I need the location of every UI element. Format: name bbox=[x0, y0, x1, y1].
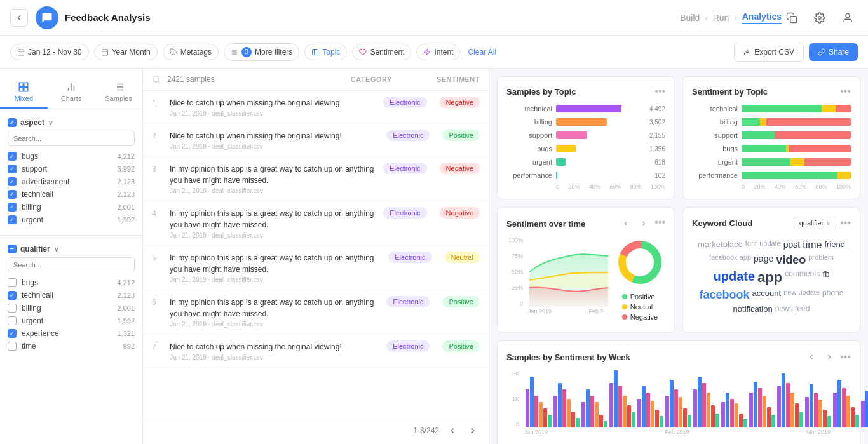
qualifier-group-header[interactable]: qualifier ∨ bbox=[8, 245, 135, 253]
table-row[interactable]: 3 In my opinion this app is a great way … bbox=[143, 157, 489, 201]
more-filters-chip[interactable]: 3 More filters bbox=[224, 43, 299, 61]
filter-item[interactable]: technicall 2,123 bbox=[8, 188, 135, 201]
date-filter-chip[interactable]: Jan 12 - Nov 30 bbox=[10, 44, 89, 60]
filter-item-checkbox[interactable] bbox=[8, 329, 17, 338]
topic-filter-chip[interactable]: Topic bbox=[304, 44, 347, 60]
yearmonth-filter-chip[interactable]: Year Month bbox=[94, 44, 158, 60]
week-bar bbox=[562, 389, 566, 427]
filter-item[interactable]: bugs 4,212 bbox=[8, 150, 135, 163]
export-csv-button[interactable]: Export CSV bbox=[734, 43, 804, 62]
filter-item-checkbox[interactable] bbox=[8, 190, 17, 199]
sot-next[interactable] bbox=[637, 217, 651, 231]
filter-item[interactable]: urgent 1,992 bbox=[8, 213, 135, 226]
user-icon-button[interactable] bbox=[837, 8, 858, 28]
filter-item-checkbox[interactable] bbox=[8, 304, 17, 313]
week-prev[interactable] bbox=[804, 350, 818, 364]
filter-item[interactable]: time 992 bbox=[8, 340, 135, 353]
table-row[interactable]: 7 Nice to catch up when missing the orig… bbox=[143, 335, 489, 368]
metatags-filter-chip[interactable]: Metatags bbox=[163, 44, 219, 60]
keyword-word[interactable]: marketplace bbox=[698, 239, 743, 251]
tab-charts[interactable]: Charts bbox=[48, 76, 95, 109]
qualifier-search-input[interactable] bbox=[8, 257, 135, 272]
keyword-word[interactable]: time bbox=[803, 239, 822, 251]
breadcrumb-build[interactable]: Build bbox=[680, 13, 700, 23]
breadcrumb-run[interactable]: Run bbox=[713, 13, 729, 23]
week-bar bbox=[642, 386, 646, 427]
keyword-word[interactable]: update bbox=[714, 269, 756, 286]
week-bar bbox=[698, 377, 702, 427]
filter-item[interactable]: bugs 4,212 bbox=[8, 276, 135, 289]
filter-item[interactable]: support 3,992 bbox=[8, 163, 135, 175]
filter-item-checkbox[interactable] bbox=[8, 291, 17, 300]
week-bar bbox=[790, 393, 794, 427]
keyword-word[interactable]: problem bbox=[808, 253, 834, 267]
week-bar bbox=[679, 397, 682, 427]
intent-filter-chip[interactable]: Intent bbox=[416, 44, 460, 60]
table-row[interactable]: 4 In my opinion this app is a great way … bbox=[143, 201, 489, 246]
prev-page-button[interactable] bbox=[445, 424, 459, 438]
keyword-word[interactable]: font bbox=[745, 239, 757, 251]
sot-more[interactable]: ••• bbox=[654, 217, 665, 231]
keyword-word[interactable]: fb bbox=[823, 269, 830, 286]
filter-item-checkbox[interactable] bbox=[8, 152, 17, 161]
tab-mixed[interactable]: Mixed bbox=[0, 76, 48, 109]
table-row[interactable]: 6 In my opinion this app is a great way … bbox=[143, 290, 489, 335]
week-next[interactable] bbox=[822, 350, 836, 364]
filter-item[interactable]: billing 2,001 bbox=[8, 302, 135, 314]
sample-text: Nice to catch up when missing the origin… bbox=[170, 341, 380, 353]
table-row[interactable]: 1 Nice to catch up when missing the orig… bbox=[143, 91, 489, 124]
filter-item-checkbox[interactable] bbox=[8, 215, 17, 224]
aspect-search-input[interactable] bbox=[8, 131, 135, 146]
sot-prev[interactable] bbox=[619, 217, 633, 231]
copy-icon-button[interactable] bbox=[782, 8, 802, 28]
keyword-word[interactable]: news feed bbox=[775, 304, 810, 314]
keyword-word[interactable]: notification bbox=[733, 304, 773, 314]
keyword-word[interactable]: update bbox=[759, 239, 781, 251]
filter-item-checkbox[interactable] bbox=[8, 316, 17, 325]
filter-item-checkbox[interactable] bbox=[8, 177, 17, 186]
sentiment-by-topic-header: Sentiment by Topic ••• bbox=[692, 86, 851, 97]
samples-by-topic-more[interactable]: ••• bbox=[654, 86, 665, 97]
table-row[interactable]: 5 In my opinion this app is a great way … bbox=[143, 246, 489, 290]
keyword-word[interactable]: account bbox=[752, 288, 782, 302]
clear-all-button[interactable]: Clear All bbox=[468, 48, 496, 57]
keyword-word[interactable]: phone bbox=[822, 288, 843, 302]
keyword-word[interactable]: video bbox=[776, 253, 806, 267]
filter-item[interactable]: experience 1,321 bbox=[8, 327, 135, 340]
filter-item-checkbox[interactable] bbox=[8, 165, 17, 173]
filter-item[interactable]: billing 2,001 bbox=[8, 201, 135, 213]
aspect-group-header[interactable]: aspect ∨ bbox=[8, 118, 135, 127]
filter-item[interactable]: technicall 2,123 bbox=[8, 289, 135, 302]
filter-item-checkbox[interactable] bbox=[8, 342, 17, 351]
keyword-word[interactable]: facebook app bbox=[709, 253, 751, 267]
filter-item-checkbox[interactable] bbox=[8, 278, 17, 287]
samples-panel: 2421 samples CATEGORY SENTIMENT 1 Nice t… bbox=[143, 69, 489, 444]
keyword-word[interactable]: facebook bbox=[700, 288, 750, 302]
keyword-word[interactable]: new update bbox=[783, 288, 820, 302]
next-page-button[interactable] bbox=[466, 424, 480, 438]
samples-footer: 1-8/242 bbox=[143, 417, 489, 444]
tab-samples[interactable]: Samples bbox=[95, 76, 142, 109]
keyword-word[interactable]: post bbox=[783, 239, 800, 251]
sentiment-by-topic-more[interactable]: ••• bbox=[840, 86, 851, 97]
filter-item-checkbox[interactable] bbox=[8, 203, 17, 212]
keyword-more[interactable]: ••• bbox=[840, 217, 851, 229]
keyword-word[interactable]: friend bbox=[825, 239, 846, 251]
sample-sentiment: Negative bbox=[440, 163, 480, 173]
share-button[interactable]: Share bbox=[809, 43, 858, 61]
settings-icon-button[interactable] bbox=[810, 8, 830, 28]
aspect-group-checkbox[interactable] bbox=[8, 118, 17, 127]
table-row[interactable]: 2 Nice to catch up when missing the orig… bbox=[143, 124, 489, 157]
week-more[interactable]: ••• bbox=[840, 351, 851, 363]
breadcrumb-analytics[interactable]: Analytics bbox=[742, 11, 782, 24]
week-bar bbox=[623, 396, 627, 427]
sentiment-filter-chip[interactable]: Sentiment bbox=[352, 44, 411, 60]
back-button[interactable] bbox=[10, 9, 28, 27]
keyword-word[interactable]: page bbox=[754, 253, 773, 267]
qualifier-group-checkbox[interactable] bbox=[8, 245, 17, 253]
keyword-filter-dropdown[interactable]: qualifier ∨ bbox=[794, 217, 837, 229]
filter-item[interactable]: urgent 1,992 bbox=[8, 314, 135, 327]
keyword-word[interactable]: app bbox=[757, 269, 782, 286]
keyword-word[interactable]: comments bbox=[785, 269, 820, 286]
filter-item[interactable]: advertisement 2,123 bbox=[8, 175, 135, 188]
